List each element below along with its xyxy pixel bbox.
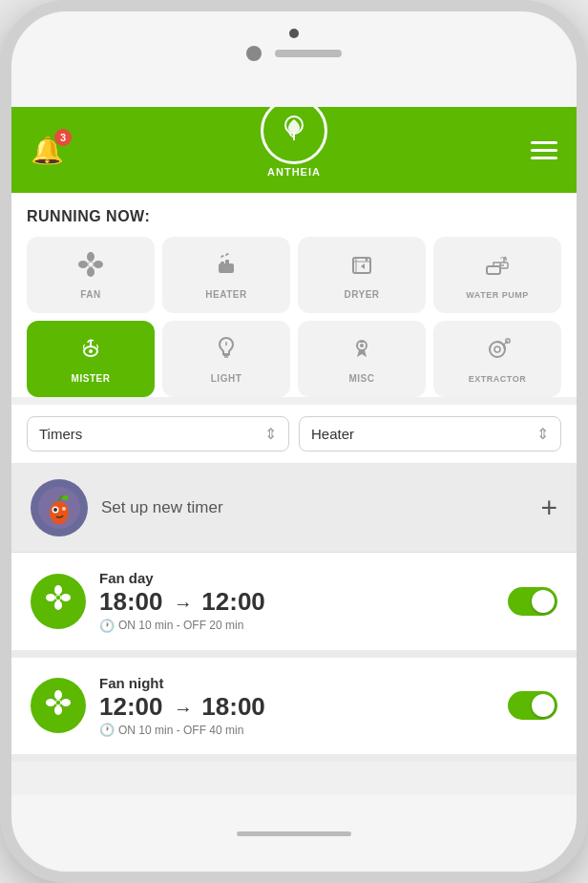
hamburger-line-1 xyxy=(531,141,557,144)
heater-icon xyxy=(212,250,241,285)
svg-point-35 xyxy=(46,594,55,601)
dryer-label: DRYER xyxy=(344,289,379,300)
mister-label: MISTER xyxy=(72,373,111,384)
dryer-icon xyxy=(347,250,376,285)
fan-day-info: Fan day 18:00 → 12:00 🕐 ON 10 min - OFF … xyxy=(99,570,494,633)
mascot-avatar xyxy=(31,479,88,536)
device-card-dryer[interactable]: DRYER xyxy=(298,237,426,313)
timer-type-label: Timers xyxy=(39,426,82,442)
clock-icon-fan-day: 🕐 xyxy=(99,619,115,633)
svg-point-12 xyxy=(366,259,368,262)
app-header: 🔔 3 ANTHEIA xyxy=(11,107,577,193)
fan-night-info: Fan night 12:00 → 18:00 🕐 ON 10 min - OF… xyxy=(99,675,494,738)
fan-night-toggle-knob xyxy=(532,694,555,717)
device-card-light[interactable]: LIGHT xyxy=(162,321,290,397)
heater-label: HEATER xyxy=(205,289,246,300)
fan-day-schedule: 🕐 ON 10 min - OFF 20 min xyxy=(99,619,494,633)
svg-point-42 xyxy=(56,701,60,704)
hamburger-line-2 xyxy=(531,149,557,152)
new-timer-row[interactable]: Set up new timer + xyxy=(11,464,577,553)
svg-point-41 xyxy=(46,699,55,706)
fan-night-toggle[interactable] xyxy=(508,691,557,720)
phone-top-bar xyxy=(11,11,577,107)
svg-point-5 xyxy=(87,267,94,277)
phone-dot xyxy=(289,29,299,38)
phone-speaker-camera xyxy=(246,46,342,61)
fan-night-name: Fan night xyxy=(99,675,494,691)
fan-night-arrow: → xyxy=(174,698,199,719)
device-filter-label: Heater xyxy=(311,426,354,442)
device-card-heater[interactable]: HEATER xyxy=(162,237,290,313)
fan-day-name: Fan day xyxy=(99,570,494,586)
device-card-extractor[interactable]: EXTRACTOR xyxy=(433,321,561,397)
hamburger-line-3 xyxy=(531,157,557,159)
home-indicator xyxy=(237,831,351,836)
notification-bell[interactable]: 🔔 3 xyxy=(31,135,64,166)
misc-label: MISC xyxy=(349,373,375,384)
logo-circle xyxy=(261,107,327,164)
mascot-svg xyxy=(35,484,83,532)
fan-day-fan-icon xyxy=(44,583,73,619)
logo-plant-icon xyxy=(279,116,309,146)
fan-day-time: 18:00 → 12:00 xyxy=(99,588,494,616)
device-card-water-pump[interactable]: WATER PUMP xyxy=(433,237,561,313)
new-timer-text: Set up new timer xyxy=(101,498,223,517)
svg-point-7 xyxy=(89,263,94,267)
svg-point-34 xyxy=(54,600,62,610)
svg-point-22 xyxy=(360,344,364,347)
app-content: RUNNING NOW: FAN xyxy=(11,193,577,397)
svg-point-27 xyxy=(50,501,69,524)
fan-label: FAN xyxy=(80,289,101,300)
timer-type-dropdown[interactable]: Timers ⇕ xyxy=(27,416,289,452)
device-card-misc[interactable]: MISC xyxy=(298,321,426,397)
timer-item-fan-night: Fan night 12:00 → 18:00 🕐 ON 10 min - OF… xyxy=(11,658,577,763)
svg-rect-10 xyxy=(225,260,229,265)
fan-night-fan-icon xyxy=(44,688,73,724)
timer-type-arrows: ⇕ xyxy=(264,425,277,443)
phone-bottom-bar xyxy=(11,795,577,872)
light-icon xyxy=(212,334,241,369)
device-grid: FAN HEATER xyxy=(27,237,561,397)
fan-day-schedule-text: ON 10 min - OFF 20 min xyxy=(118,619,243,632)
extractor-label: EXTRACTOR xyxy=(469,374,526,384)
svg-point-30 xyxy=(62,507,66,511)
app-name: ANTHEIA xyxy=(267,166,321,178)
device-card-fan[interactable]: FAN xyxy=(27,237,155,313)
svg-point-36 xyxy=(56,596,60,599)
fan-night-time: 12:00 → 18:00 xyxy=(99,693,494,721)
svg-rect-13 xyxy=(487,266,500,274)
fan-day-start: 18:00 xyxy=(99,587,163,616)
filter-row: Timers ⇕ Heater ⇕ xyxy=(11,405,577,464)
fan-day-icon xyxy=(31,574,86,629)
svg-point-33 xyxy=(61,594,71,601)
mister-icon xyxy=(76,334,105,369)
svg-point-17 xyxy=(89,349,93,353)
fan-night-start: 12:00 xyxy=(99,692,163,721)
svg-point-6 xyxy=(78,261,88,268)
fan-night-schedule: 🕐 ON 10 min - OFF 40 min xyxy=(99,723,494,737)
app-container: 🔔 3 ANTHEIA xyxy=(11,107,577,795)
svg-point-40 xyxy=(54,705,62,715)
device-card-mister[interactable]: MISTER xyxy=(27,321,155,397)
running-now-label: RUNNING NOW: xyxy=(27,208,561,225)
svg-point-4 xyxy=(94,261,103,268)
svg-rect-9 xyxy=(220,262,224,265)
fan-day-toggle[interactable] xyxy=(508,587,557,616)
fan-icon xyxy=(76,250,105,285)
fan-day-arrow: → xyxy=(174,593,199,614)
timer-list: Set up new timer + xyxy=(11,464,577,762)
svg-point-38 xyxy=(54,690,62,700)
svg-point-29 xyxy=(53,508,57,512)
svg-point-39 xyxy=(61,699,71,706)
extractor-icon xyxy=(483,335,512,370)
new-timer-left: Set up new timer xyxy=(31,479,223,536)
plus-icon[interactable]: + xyxy=(540,492,557,524)
hamburger-menu[interactable] xyxy=(531,141,557,159)
water-pump-label: WATER PUMP xyxy=(466,290,528,300)
light-label: LIGHT xyxy=(211,373,242,384)
fan-day-end: 12:00 xyxy=(201,587,265,616)
app-logo: ANTHEIA xyxy=(261,107,327,178)
phone-camera xyxy=(246,46,262,61)
water-pump-icon xyxy=(483,251,512,286)
device-filter-dropdown[interactable]: Heater ⇕ xyxy=(299,416,561,452)
